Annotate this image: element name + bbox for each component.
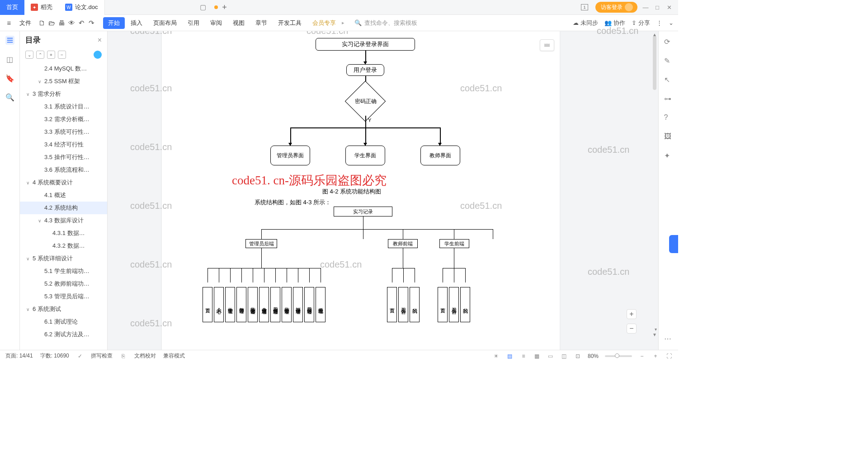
status-words[interactable]: 字数: 10690 [40, 352, 69, 360]
menu-start[interactable]: 开始 [103, 17, 125, 29]
toc-item[interactable]: 3.4 经济可行性 [20, 138, 107, 151]
scrollbar[interactable] [653, 36, 656, 90]
menu-review[interactable]: 审阅 [205, 17, 227, 29]
zoom-value[interactable]: 80% [588, 353, 599, 359]
proof-icon[interactable]: ⎘ [120, 353, 127, 360]
menu-ref[interactable]: 引用 [183, 17, 204, 29]
menu-vip[interactable]: 会员专享 [307, 17, 341, 29]
print-icon[interactable]: 🖶 [57, 19, 66, 28]
menu-view[interactable]: 视图 [228, 17, 250, 29]
cursor-icon[interactable]: ↖ [664, 75, 673, 85]
template-icon[interactable]: ⟳ [664, 38, 673, 47]
toc-item[interactable]: 2.4 MySQL 数… [20, 62, 107, 75]
scroll-up-icon[interactable]: ▲ [652, 32, 657, 37]
toc-item[interactable]: 4.1 概述 [20, 189, 107, 202]
page-zoom-in[interactable]: + [627, 309, 637, 319]
toc-item[interactable]: ∨2.5 SSM 框架 [20, 75, 107, 88]
brightness-icon[interactable]: ☀ [493, 353, 500, 360]
toc-item[interactable]: ∨3 需求分析 [20, 88, 107, 100]
toc-remove[interactable]: − [58, 51, 66, 59]
toc-item[interactable]: ∨5 系统详细设计 [20, 252, 107, 265]
toc-item[interactable]: ∨6 系统测试 [20, 303, 107, 315]
find-icon[interactable]: 🔍 [5, 93, 14, 102]
hamburger-icon[interactable]: ≡ [5, 19, 14, 28]
help-icon[interactable]: ? [664, 113, 673, 122]
kebab-icon[interactable]: ⋮ [656, 19, 662, 26]
quote-tool[interactable]: ⩸ [540, 39, 554, 51]
maximize-button[interactable]: □ [654, 4, 661, 11]
pin-icon[interactable]: ◫ [5, 55, 14, 64]
spell-icon[interactable]: ✓ [76, 353, 84, 360]
sparkle-icon[interactable]: ✦ [664, 151, 673, 160]
more-icon[interactable]: ▸ [342, 20, 344, 26]
new-tab-button[interactable]: + [218, 3, 231, 12]
toc-add[interactable]: + [47, 51, 55, 59]
tab-home[interactable]: 首页 [0, 0, 24, 15]
close-button[interactable]: ✕ [665, 4, 673, 11]
bookmark-icon[interactable]: 🔖 [5, 74, 14, 83]
toc-item[interactable]: 3.3 系统可行性… [20, 126, 107, 138]
search-box[interactable]: 🔍查找命令、搜索模板 [354, 19, 417, 27]
view-web-icon[interactable]: ▦ [533, 353, 541, 360]
status-page[interactable]: 页面: 14/41 [5, 352, 33, 360]
zoom-out-button[interactable]: − [638, 353, 646, 360]
fullscreen-icon[interactable]: ⛶ [665, 353, 673, 360]
toc-item[interactable]: 5.3 管理员后端… [20, 290, 107, 303]
toc-list[interactable]: 2.4 MySQL 数…∨2.5 SSM 框架∨3 需求分析3.1 系统设计目…… [20, 62, 107, 350]
toc-item[interactable]: ∨4 系统概要设计 [20, 176, 107, 189]
toc-close-button[interactable]: × [98, 36, 102, 44]
login-button[interactable]: 访客登录 [595, 2, 637, 13]
view-page-icon[interactable]: ▤ [506, 353, 514, 360]
document-area[interactable]: code51.cn code51.cn code51.cn code51.cn … [108, 31, 658, 350]
toc-item[interactable]: 5.1 学生前端功… [20, 265, 107, 278]
toc-collapse-all[interactable]: ⌃ [36, 51, 44, 59]
toc-item[interactable]: 6.2 测试方法及… [20, 328, 107, 341]
toc-item[interactable]: 5.2 教师前端功… [20, 278, 107, 290]
toc-item[interactable]: 6.1 测试理论 [20, 315, 107, 328]
view-outline-icon[interactable]: ≡ [520, 353, 527, 360]
toc-item[interactable]: 3.2 需求分析概… [20, 113, 107, 126]
cast-icon[interactable]: ▢ [200, 3, 206, 11]
zoom-slider[interactable] [605, 355, 632, 357]
menu-chapter[interactable]: 章节 [250, 17, 272, 29]
menu-file[interactable]: 文件 [14, 17, 36, 29]
view-read-icon[interactable]: ▭ [547, 353, 554, 360]
toc-icon[interactable] [5, 36, 14, 45]
toc-item[interactable]: 4.3.2 数据… [20, 240, 107, 252]
settings-icon[interactable]: ⊶ [664, 94, 673, 103]
status-proof[interactable]: 文档校对 [134, 352, 156, 360]
sync-button[interactable]: ☁未同步 [573, 19, 598, 27]
side-tab[interactable] [669, 235, 678, 253]
redo-icon[interactable]: ↷ [87, 19, 96, 28]
toc-item[interactable]: 4.3.1 数据… [20, 227, 107, 240]
toc-item[interactable]: 3.5 操作可行性… [20, 151, 107, 164]
zoom-in-button[interactable]: + [652, 353, 659, 360]
open-icon[interactable]: 🗁 [47, 19, 56, 28]
undo-icon[interactable]: ↶ [77, 19, 86, 28]
preview-icon[interactable]: 👁 [67, 19, 76, 28]
view-focus-icon[interactable]: ◫ [561, 353, 568, 360]
toc-sync-icon[interactable] [94, 51, 102, 59]
menu-devtool[interactable]: 开发工具 [273, 17, 307, 29]
toc-item[interactable]: ∨4.3 数据库设计 [20, 214, 107, 227]
new-icon[interactable]: 🗋 [37, 19, 46, 28]
minimize-button[interactable]: ― [642, 4, 649, 11]
status-spell[interactable]: 拼写检查 [91, 352, 113, 360]
scroll-down-icon[interactable]: ▾ [655, 327, 657, 332]
collapse-ribbon-icon[interactable]: ⌄ [669, 19, 674, 26]
toc-expand-all[interactable]: ⌄ [25, 51, 33, 59]
image-icon[interactable]: 🖼 [664, 132, 673, 141]
page-zoom-out[interactable]: − [627, 324, 637, 334]
toc-item[interactable]: 3.6 系统流程和… [20, 164, 107, 176]
zoom-fit-icon[interactable]: ⊡ [574, 353, 581, 360]
more-tools-icon[interactable]: ⋯ [664, 334, 673, 343]
menu-insert[interactable]: 插入 [126, 17, 147, 29]
toc-item[interactable]: 3.1 系统设计目… [20, 100, 107, 113]
scroll-end-icon[interactable]: ▼ [652, 332, 657, 337]
toc-item[interactable]: 4.2 系统结构 [20, 202, 107, 214]
menu-layout[interactable]: 页面布局 [148, 17, 182, 29]
tab-daoke[interactable]: ✦稻壳 [24, 0, 59, 15]
pencil-icon[interactable]: ✎ [664, 56, 673, 66]
window-count-icon[interactable]: 1 [581, 4, 588, 10]
tab-document[interactable]: W论文.doc [59, 0, 105, 15]
